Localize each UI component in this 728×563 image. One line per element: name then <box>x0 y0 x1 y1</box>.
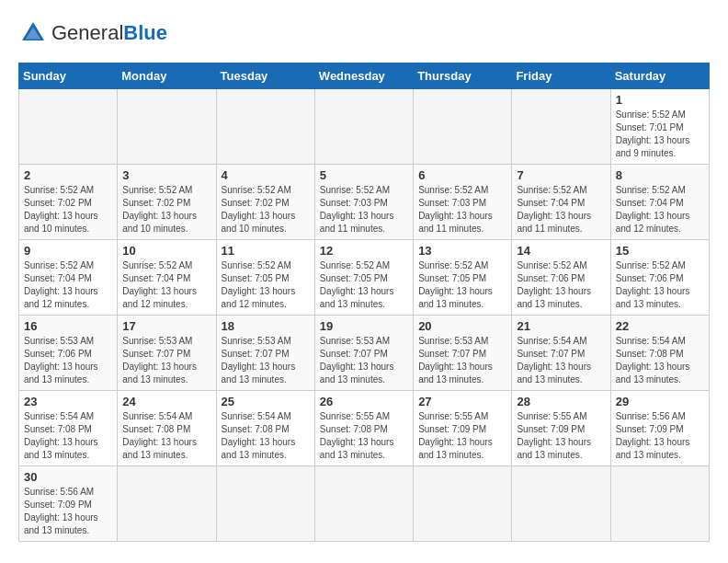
calendar-cell <box>414 89 512 165</box>
calendar-cell <box>512 89 610 165</box>
day-info: Sunrise: 5:54 AMSunset: 7:08 PMDaylight:… <box>24 410 112 462</box>
calendar-cell: 26Sunrise: 5:55 AMSunset: 7:08 PMDayligh… <box>314 391 413 466</box>
day-number: 17 <box>122 319 210 333</box>
day-number: 10 <box>122 244 210 258</box>
day-number: 4 <box>222 168 310 182</box>
logo-text: GeneralBlue <box>51 23 167 43</box>
calendar-cell: 20Sunrise: 5:53 AMSunset: 7:07 PMDayligh… <box>414 316 512 391</box>
day-number: 15 <box>616 244 704 258</box>
calendar-cell <box>314 466 413 542</box>
calendar-cell: 13Sunrise: 5:52 AMSunset: 7:05 PMDayligh… <box>414 240 512 316</box>
day-number: 6 <box>418 168 506 182</box>
day-info: Sunrise: 5:55 AMSunset: 7:09 PMDaylight:… <box>418 410 506 462</box>
calendar-cell <box>512 466 610 542</box>
calendar-cell: 22Sunrise: 5:54 AMSunset: 7:08 PMDayligh… <box>610 316 709 391</box>
calendar-cell: 30Sunrise: 5:56 AMSunset: 7:09 PMDayligh… <box>19 466 118 542</box>
day-info: Sunrise: 5:52 AMSunset: 7:05 PMDaylight:… <box>320 259 408 311</box>
calendar-cell: 19Sunrise: 5:53 AMSunset: 7:07 PMDayligh… <box>314 316 413 391</box>
day-number: 19 <box>320 319 408 333</box>
calendar-cell <box>414 466 512 542</box>
calendar-cell: 9Sunrise: 5:52 AMSunset: 7:04 PMDaylight… <box>19 240 118 316</box>
calendar-cell: 15Sunrise: 5:52 AMSunset: 7:06 PMDayligh… <box>610 240 709 316</box>
calendar-cell <box>118 466 216 542</box>
day-info: Sunrise: 5:52 AMSunset: 7:01 PMDaylight:… <box>616 109 704 160</box>
col-header-monday: Monday <box>118 63 216 89</box>
calendar-cell <box>19 89 118 165</box>
day-info: Sunrise: 5:55 AMSunset: 7:08 PMDaylight:… <box>320 410 408 462</box>
day-number: 25 <box>222 395 310 408</box>
day-info: Sunrise: 5:53 AMSunset: 7:07 PMDaylight:… <box>222 335 310 386</box>
calendar-cell: 29Sunrise: 5:56 AMSunset: 7:09 PMDayligh… <box>610 391 709 466</box>
calendar-cell: 24Sunrise: 5:54 AMSunset: 7:08 PMDayligh… <box>118 391 216 466</box>
calendar-cell: 25Sunrise: 5:54 AMSunset: 7:08 PMDayligh… <box>216 391 314 466</box>
day-info: Sunrise: 5:52 AMSunset: 7:03 PMDaylight:… <box>418 184 506 236</box>
day-info: Sunrise: 5:52 AMSunset: 7:02 PMDaylight:… <box>222 184 310 236</box>
day-number: 21 <box>517 319 605 333</box>
calendar-cell: 14Sunrise: 5:52 AMSunset: 7:06 PMDayligh… <box>512 240 610 316</box>
calendar-cell: 17Sunrise: 5:53 AMSunset: 7:07 PMDayligh… <box>118 316 216 391</box>
day-info: Sunrise: 5:53 AMSunset: 7:07 PMDaylight:… <box>320 335 408 386</box>
day-number: 22 <box>616 319 704 333</box>
logo: GeneralBlue <box>18 18 167 48</box>
calendar-cell: 5Sunrise: 5:52 AMSunset: 7:03 PMDaylight… <box>314 165 413 240</box>
day-number: 20 <box>418 319 506 333</box>
day-info: Sunrise: 5:52 AMSunset: 7:04 PMDaylight:… <box>517 184 605 236</box>
week-row-2: 9Sunrise: 5:52 AMSunset: 7:04 PMDaylight… <box>19 240 710 316</box>
col-header-wednesday: Wednesday <box>314 63 413 89</box>
day-number: 3 <box>122 168 210 182</box>
calendar-cell: 21Sunrise: 5:54 AMSunset: 7:07 PMDayligh… <box>512 316 610 391</box>
day-number: 18 <box>222 319 310 333</box>
calendar-cell <box>216 466 314 542</box>
day-number: 9 <box>24 244 112 258</box>
calendar-cell: 16Sunrise: 5:53 AMSunset: 7:06 PMDayligh… <box>19 316 118 391</box>
calendar-cell: 10Sunrise: 5:52 AMSunset: 7:04 PMDayligh… <box>118 240 216 316</box>
calendar-cell <box>314 89 413 165</box>
calendar-cell: 23Sunrise: 5:54 AMSunset: 7:08 PMDayligh… <box>19 391 118 466</box>
day-number: 5 <box>320 168 408 182</box>
col-header-thursday: Thursday <box>414 63 512 89</box>
day-number: 8 <box>616 168 704 182</box>
day-info: Sunrise: 5:52 AMSunset: 7:05 PMDaylight:… <box>222 259 310 311</box>
day-number: 14 <box>517 244 605 258</box>
calendar-cell: 2Sunrise: 5:52 AMSunset: 7:02 PMDaylight… <box>19 165 118 240</box>
day-number: 28 <box>517 395 605 408</box>
day-info: Sunrise: 5:56 AMSunset: 7:09 PMDaylight:… <box>24 486 112 537</box>
calendar-cell: 1Sunrise: 5:52 AMSunset: 7:01 PMDaylight… <box>610 89 709 165</box>
calendar-cell: 28Sunrise: 5:55 AMSunset: 7:09 PMDayligh… <box>512 391 610 466</box>
calendar-cell <box>118 89 216 165</box>
day-info: Sunrise: 5:54 AMSunset: 7:08 PMDaylight:… <box>616 335 704 386</box>
day-number: 13 <box>418 244 506 258</box>
calendar-table: SundayMondayTuesdayWednesdayThursdayFrid… <box>18 63 710 542</box>
day-info: Sunrise: 5:52 AMSunset: 7:06 PMDaylight:… <box>616 259 704 311</box>
day-number: 16 <box>24 319 112 333</box>
col-header-tuesday: Tuesday <box>216 63 314 89</box>
day-number: 29 <box>616 395 704 408</box>
day-number: 1 <box>616 93 704 107</box>
day-info: Sunrise: 5:55 AMSunset: 7:09 PMDaylight:… <box>517 410 605 462</box>
col-header-saturday: Saturday <box>610 63 709 89</box>
day-info: Sunrise: 5:52 AMSunset: 7:04 PMDaylight:… <box>122 259 210 311</box>
day-info: Sunrise: 5:52 AMSunset: 7:04 PMDaylight:… <box>24 259 112 311</box>
page-header: GeneralBlue <box>18 18 710 48</box>
calendar-cell: 7Sunrise: 5:52 AMSunset: 7:04 PMDaylight… <box>512 165 610 240</box>
calendar-header-row: SundayMondayTuesdayWednesdayThursdayFrid… <box>19 63 710 89</box>
day-info: Sunrise: 5:53 AMSunset: 7:07 PMDaylight:… <box>418 335 506 386</box>
calendar-cell: 4Sunrise: 5:52 AMSunset: 7:02 PMDaylight… <box>216 165 314 240</box>
calendar-cell: 12Sunrise: 5:52 AMSunset: 7:05 PMDayligh… <box>314 240 413 316</box>
day-number: 23 <box>24 395 112 408</box>
day-info: Sunrise: 5:53 AMSunset: 7:06 PMDaylight:… <box>24 335 112 386</box>
calendar-cell <box>216 89 314 165</box>
day-info: Sunrise: 5:52 AMSunset: 7:02 PMDaylight:… <box>122 184 210 236</box>
week-row-3: 16Sunrise: 5:53 AMSunset: 7:06 PMDayligh… <box>19 316 710 391</box>
day-info: Sunrise: 5:52 AMSunset: 7:03 PMDaylight:… <box>320 184 408 236</box>
week-row-5: 30Sunrise: 5:56 AMSunset: 7:09 PMDayligh… <box>19 466 710 542</box>
day-number: 24 <box>122 395 210 408</box>
day-info: Sunrise: 5:54 AMSunset: 7:08 PMDaylight:… <box>222 410 310 462</box>
calendar-cell: 18Sunrise: 5:53 AMSunset: 7:07 PMDayligh… <box>216 316 314 391</box>
week-row-0: 1Sunrise: 5:52 AMSunset: 7:01 PMDaylight… <box>19 89 710 165</box>
day-info: Sunrise: 5:53 AMSunset: 7:07 PMDaylight:… <box>122 335 210 386</box>
day-number: 30 <box>24 470 112 484</box>
day-info: Sunrise: 5:54 AMSunset: 7:07 PMDaylight:… <box>517 335 605 386</box>
calendar-cell: 11Sunrise: 5:52 AMSunset: 7:05 PMDayligh… <box>216 240 314 316</box>
day-number: 11 <box>222 244 310 258</box>
